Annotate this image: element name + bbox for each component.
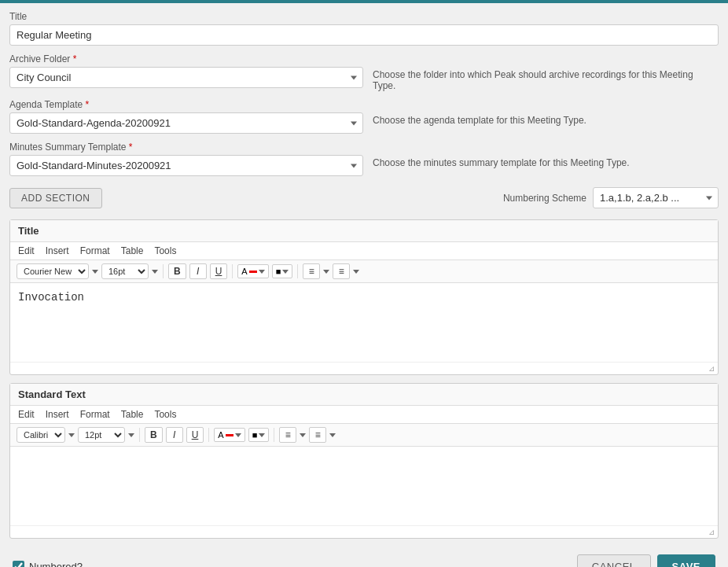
numbered-checkbox-group: Numbered? <box>13 561 83 567</box>
title-editor-menu-format[interactable]: Format <box>80 245 110 256</box>
title-editor-indent-chevron-icon <box>353 270 359 274</box>
title-editor-menubar: Edit Insert Format Table Tools <box>10 242 718 260</box>
std-editor-indent-button[interactable]: ≡ <box>309 427 326 443</box>
title-editor-menu-edit[interactable]: Edit <box>18 245 35 256</box>
standard-text-editor-body[interactable] <box>10 447 718 525</box>
section-toolbar-row: ADD SECTION Numbering Scheme 1.a,1.b, 2.… <box>9 184 719 212</box>
std-resize-icon: ⊿ <box>708 528 715 536</box>
std-editor-underline-button[interactable]: U <box>186 427 204 443</box>
highlight-label: ■ <box>276 267 281 276</box>
title-editor-body[interactable]: Invocation <box>10 283 718 362</box>
std-editor-divider-1 <box>139 428 140 442</box>
resize-icon: ⊿ <box>708 364 715 373</box>
action-buttons: CANCEL SAVE <box>577 554 715 567</box>
title-editor-font-color-button[interactable]: A <box>237 264 268 278</box>
title-editor-divider-3 <box>297 264 298 278</box>
title-editor-resize-handle[interactable]: ⊿ <box>10 362 718 374</box>
std-editor-font-select[interactable]: Calibri <box>17 427 65 443</box>
title-editor-menu-tools[interactable]: Tools <box>154 245 176 256</box>
title-field-group: Title <box>9 11 719 46</box>
std-font-color-swatch <box>226 434 233 436</box>
title-editor-font-size-select[interactable]: 16pt <box>101 263 149 279</box>
title-editor-section: Title Edit Insert Format Table Tools Cou… <box>9 219 719 375</box>
save-button[interactable]: SAVE <box>657 554 715 567</box>
agenda-template-select-wrapper: Gold-Standard-Agenda-20200921 <box>9 112 363 134</box>
archive-folder-row: Archive Folder * City Council Choose the… <box>9 53 719 91</box>
agenda-template-hint: Choose the agenda template for this Meet… <box>373 99 719 126</box>
minutes-template-row: Minutes Summary Template * Gold-Standard… <box>9 142 719 176</box>
title-editor-underline-button[interactable]: U <box>210 263 228 279</box>
std-font-color-chevron-icon <box>235 433 241 437</box>
standard-text-editor-menubar: Edit Insert Format Table Tools <box>10 406 718 424</box>
highlight-chevron-icon <box>282 270 289 274</box>
title-editor-font-chevron-icon <box>92 270 98 274</box>
std-editor-font-size-select[interactable]: 12pt <box>78 427 125 443</box>
std-font-color-label: A <box>218 430 223 440</box>
title-editor-bold-button[interactable]: B <box>168 263 186 279</box>
std-highlight-chevron-icon <box>259 433 265 437</box>
add-section-button[interactable]: ADD SECTION <box>9 188 102 208</box>
font-color-label: A <box>241 267 247 276</box>
std-editor-menu-table[interactable]: Table <box>121 409 144 420</box>
minutes-template-hint: Choose the minutes summary template for … <box>373 142 719 168</box>
numbering-scheme-label: Numbering Scheme <box>503 193 586 204</box>
font-color-chevron-icon <box>259 270 265 274</box>
std-editor-list-button[interactable]: ≡ <box>279 427 296 443</box>
title-editor-menu-table[interactable]: Table <box>121 245 144 256</box>
minutes-template-select[interactable]: Gold-Standard-Minutes-20200921 <box>9 155 363 176</box>
std-editor-menu-edit[interactable]: Edit <box>18 409 35 420</box>
std-editor-highlight-color-button[interactable]: ■ <box>248 428 270 442</box>
standard-text-editor-toolbar: Calibri 12pt B I U A ■ <box>10 424 718 447</box>
std-editor-font-color-button[interactable]: A <box>214 428 245 442</box>
title-editor-font-size-chevron-icon <box>152 270 158 274</box>
std-highlight-label: ■ <box>252 430 258 440</box>
archive-folder-select[interactable]: City Council <box>9 67 363 88</box>
minutes-template-left: Minutes Summary Template * Gold-Standard… <box>9 142 363 176</box>
numbering-scheme-select-wrapper: 1.a,1.b, 2.a,2.b ... <box>593 187 719 208</box>
standard-text-editor-section: Standard Text Edit Insert Format Table T… <box>9 383 719 539</box>
archive-folder-label: Archive Folder * <box>9 53 363 64</box>
title-editor-font-select[interactable]: Courier New <box>17 263 89 279</box>
title-editor-divider-1 <box>163 264 164 278</box>
std-editor-divider-3 <box>274 428 274 442</box>
page-wrapper: Title Archive Folder * City Council Choo… <box>0 0 728 567</box>
title-editor-title: Title <box>10 220 718 242</box>
std-editor-menu-format[interactable]: Format <box>80 409 110 420</box>
title-editor-indent-button[interactable]: ≡ <box>333 263 350 279</box>
title-input[interactable] <box>9 24 719 46</box>
std-editor-divider-2 <box>208 428 209 442</box>
title-editor-divider-2 <box>232 264 233 278</box>
minutes-template-select-wrapper: Gold-Standard-Minutes-20200921 <box>9 155 363 176</box>
std-editor-menu-insert[interactable]: Insert <box>46 409 69 420</box>
agenda-template-select[interactable]: Gold-Standard-Agenda-20200921 <box>9 112 363 134</box>
agenda-template-row: Agenda Template * Gold-Standard-Agenda-2… <box>9 99 719 134</box>
title-editor-list-button[interactable]: ≡ <box>303 263 320 279</box>
std-editor-italic-button[interactable]: I <box>166 427 183 443</box>
bottom-row: Numbered? CANCEL SAVE <box>9 547 719 567</box>
title-editor-toolbar: Courier New 16pt B I U A ■ <box>10 260 718 283</box>
numbered-label: Numbered? <box>29 561 83 567</box>
standard-text-editor-resize-handle[interactable]: ⊿ <box>10 525 718 538</box>
title-label: Title <box>9 11 719 22</box>
archive-folder-left: Archive Folder * City Council <box>9 53 363 88</box>
numbering-scheme-select[interactable]: 1.a,1.b, 2.a,2.b ... <box>593 187 719 208</box>
agenda-template-left: Agenda Template * Gold-Standard-Agenda-2… <box>9 99 363 134</box>
std-editor-list-chevron-icon <box>300 433 306 437</box>
std-editor-menu-tools[interactable]: Tools <box>154 409 176 420</box>
archive-folder-hint: Choose the folder into which Peak should… <box>373 53 719 91</box>
std-editor-indent-chevron-icon <box>329 433 336 437</box>
title-editor-italic-button[interactable]: I <box>189 263 207 279</box>
std-editor-font-chevron-icon <box>68 433 75 437</box>
cancel-button[interactable]: CANCEL <box>577 554 651 567</box>
font-color-swatch <box>249 271 257 273</box>
title-editor-menu-insert[interactable]: Insert <box>46 245 69 256</box>
minutes-template-label: Minutes Summary Template * <box>9 142 363 153</box>
title-editor-highlight-color-button[interactable]: ■ <box>272 264 293 278</box>
agenda-template-label: Agenda Template * <box>9 99 363 110</box>
numbering-scheme-group: Numbering Scheme 1.a,1.b, 2.a,2.b ... <box>503 187 719 208</box>
numbered-checkbox[interactable] <box>13 561 24 567</box>
std-editor-bold-button[interactable]: B <box>145 427 163 443</box>
std-editor-font-size-chevron-icon <box>128 433 134 437</box>
archive-folder-select-wrapper: City Council <box>9 67 363 88</box>
title-editor-list-chevron-icon <box>323 270 329 274</box>
